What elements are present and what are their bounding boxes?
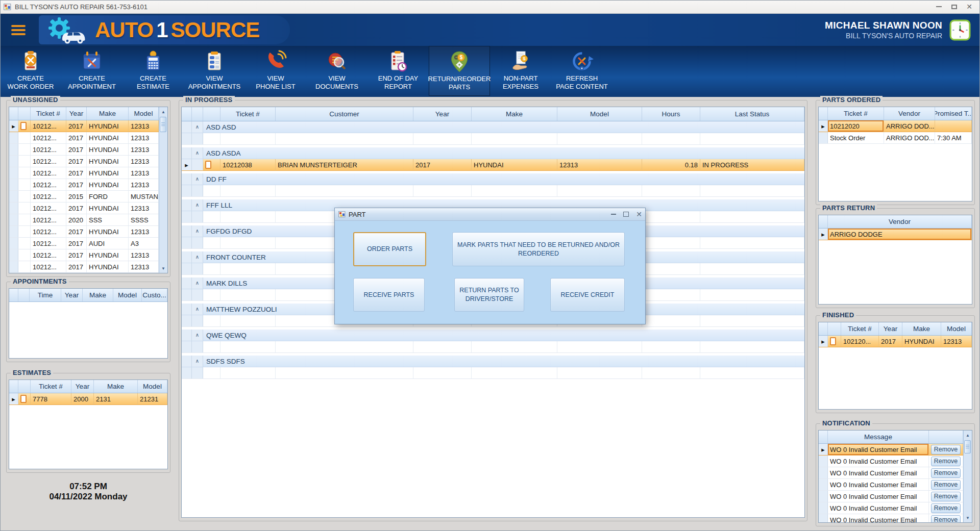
column-header-ticket[interactable]: Ticket # [828, 107, 884, 120]
maximize-icon[interactable] [946, 1, 962, 12]
dialog-button-receive-parts[interactable]: RECEIVE PARTS [353, 278, 425, 312]
table-row[interactable]: Stock OrderARRIGO DOD...7:30 AM [819, 132, 972, 144]
dialog-maximize-icon[interactable] [623, 212, 629, 217]
group-row-asd-asd[interactable]: ∧ASD ASD [182, 121, 804, 133]
scroll-thumb[interactable] [964, 440, 971, 453]
column-header-ticket[interactable]: Ticket # [841, 322, 879, 335]
remove-button[interactable]: Remove [931, 457, 961, 466]
column-header-last-status[interactable]: Last Status [700, 107, 804, 121]
column-header-make[interactable]: Make [83, 289, 113, 301]
column-header-make[interactable]: Make [87, 107, 129, 120]
table-row[interactable]: 10212...2017HYUNDAI12313 [9, 167, 159, 179]
collapse-arrow-icon[interactable]: ∧ [195, 229, 199, 234]
remove-button[interactable]: Remove [931, 515, 961, 523]
table-row[interactable]: 10212...2017HYUNDAI12313 [9, 179, 159, 191]
table-row[interactable]: WO 0 Invalid Customer EmailRemove [819, 467, 963, 479]
table-row[interactable]: ▸102120...2017HYUNDAI12313 [819, 336, 972, 347]
row-checkbox[interactable] [20, 395, 27, 403]
column-header-model[interactable]: Model [113, 289, 142, 301]
table-row[interactable]: WO 0 Invalid Customer EmailRemove [819, 502, 963, 514]
column-header-make[interactable]: Make [902, 322, 941, 335]
table-row[interactable]: 10212...2020SSSSSSS [9, 214, 159, 226]
minimize-icon[interactable] [931, 1, 946, 12]
column-header-model[interactable]: Model [129, 107, 159, 120]
column-header-message[interactable]: Message [828, 431, 929, 443]
scroll-up-icon[interactable]: ▲ [159, 108, 167, 116]
close-icon[interactable]: ✕ [962, 1, 977, 12]
group-row-sdfs-sdfs[interactable]: ∧SDFS SDFS [182, 356, 804, 367]
collapse-arrow-icon[interactable]: ∧ [195, 281, 199, 286]
toolbar-item-non-part-expenses[interactable]: $NON-PART EXPENSES [490, 46, 551, 96]
collapse-arrow-icon[interactable]: ∧ [195, 359, 199, 364]
column-header-year[interactable]: Year [61, 289, 83, 301]
table-row[interactable]: WO 0 Invalid Customer EmailRemove [819, 479, 963, 491]
column-header-customer[interactable]: Customer [276, 107, 413, 121]
collapse-arrow-icon[interactable]: ∧ [195, 203, 199, 208]
scroll-down-icon[interactable]: ▼ [964, 514, 972, 522]
remove-button[interactable]: Remove [931, 468, 961, 478]
part-dialog-titlebar[interactable]: PART ✕ [335, 208, 645, 221]
table-row[interactable]: WO 0 Invalid Customer EmailRemove [819, 491, 963, 502]
column-header-model[interactable]: Model [941, 322, 972, 335]
toolbar-item-return-reorder-parts[interactable]: $RETURN/REORDER PARTS [429, 46, 490, 96]
collapse-arrow-icon[interactable]: ∧ [195, 307, 199, 312]
toolbar-item-refresh-page-content[interactable]: REFRESH PAGE CONTENT [551, 46, 612, 96]
table-row[interactable]: 10212...2017HYUNDAI12313 [9, 144, 159, 156]
dialog-minimize-icon[interactable] [611, 214, 616, 215]
dialog-close-icon[interactable]: ✕ [636, 211, 642, 218]
column-header-promised-t[interactable]: Promised T... [935, 107, 972, 120]
column-header-ticket[interactable]: Ticket # [31, 380, 71, 393]
time-clock-icon[interactable] [949, 19, 971, 41]
table-row[interactable] [182, 341, 804, 353]
menu-icon[interactable] [11, 25, 27, 35]
table-row[interactable]: 10212...2015FORDMUSTANG [9, 191, 159, 203]
table-row[interactable] [182, 185, 804, 197]
column-header-year[interactable]: Year [71, 380, 94, 393]
scroll-down-icon[interactable]: ▼ [159, 264, 167, 272]
column-header-vendor[interactable]: Vendor [884, 107, 935, 120]
column-header-ticket[interactable]: Ticket # [220, 107, 276, 121]
table-row[interactable]: 10212...2017HYUNDAI12313 [9, 261, 159, 273]
group-row-dd-ff[interactable]: ∧DD FF [182, 173, 804, 185]
column-header-year[interactable]: Year [879, 322, 902, 335]
toolbar-item-create-estimate[interactable]: CREATE ESTIMATE [122, 46, 184, 96]
column-header-custo[interactable]: Custo... [142, 289, 167, 301]
collapse-arrow-icon[interactable]: ∧ [195, 333, 199, 338]
table-row[interactable]: WO 0 Invalid Customer EmailRemove [819, 514, 963, 522]
column-header-year[interactable]: Year [66, 107, 87, 120]
toolbar-item-create-appointment[interactable]: CREATE APPOINTMENT [61, 46, 122, 96]
column-header-ticket[interactable]: Ticket # [31, 107, 66, 120]
table-row[interactable]: ▸10212038BRIAN MUNSTERTEIGER2017HYUNDAI1… [182, 159, 804, 171]
table-row[interactable] [182, 367, 804, 379]
collapse-arrow-icon[interactable]: ∧ [195, 176, 199, 182]
toolbar-item-view-phone-list[interactable]: VIEW PHONE LIST [245, 46, 306, 96]
column-header-vendor[interactable]: Vendor [828, 215, 972, 228]
dialog-button-order-parts[interactable]: ORDER PARTS [353, 232, 426, 266]
column-header-make[interactable]: Make [94, 380, 138, 393]
notification-scrollbar[interactable]: ▲ ▼ [963, 431, 972, 522]
collapse-arrow-icon[interactable]: ∧ [195, 255, 199, 260]
column-header-model[interactable]: Model [557, 107, 642, 121]
toolbar-item-view-appointments[interactable]: VIEW APPOINTMENTS [184, 46, 245, 96]
toolbar-item-view-documents[interactable]: VIEW DOCUMENTS [306, 46, 368, 96]
table-row[interactable] [182, 133, 804, 145]
collapse-arrow-icon[interactable]: ∧ [195, 124, 199, 130]
column-header-make[interactable]: Make [472, 107, 557, 121]
column-header-year[interactable]: Year [413, 107, 472, 121]
row-checkbox[interactable] [205, 161, 211, 169]
dialog-button-mark-parts-that-need-to-be-returned-and-[interactable]: MARK PARTS THAT NEED TO BE RETURNED AND/… [452, 232, 625, 266]
column-header-model[interactable]: Model [138, 380, 167, 393]
remove-button[interactable]: Remove [931, 492, 961, 501]
scroll-up-icon[interactable]: ▲ [964, 431, 972, 439]
table-row[interactable]: ▸10212020ARRIGO DOD... [819, 120, 972, 132]
row-checkbox[interactable] [830, 337, 836, 345]
table-row[interactable]: ▸77782000213121231 [9, 393, 167, 405]
toolbar-item-end-of-day-report[interactable]: END OF DAY REPORT [368, 46, 429, 96]
table-row[interactable]: ▸10212...2017HYUNDAI12313 [9, 120, 159, 132]
table-row[interactable]: 10212...2017HYUNDAI12313 [9, 156, 159, 167]
group-row-asd-asda[interactable]: ∧ASD ASDA [182, 147, 804, 159]
dialog-button-receive-credit[interactable]: RECEIVE CREDIT [550, 278, 625, 312]
table-row[interactable]: ▸WO 0 Invalid Customer EmailRemove [819, 444, 963, 456]
table-row[interactable]: 10212...2017HYUNDAI12313 [9, 249, 159, 261]
table-row[interactable]: 10212...2017HYUNDAI12313 [9, 226, 159, 238]
